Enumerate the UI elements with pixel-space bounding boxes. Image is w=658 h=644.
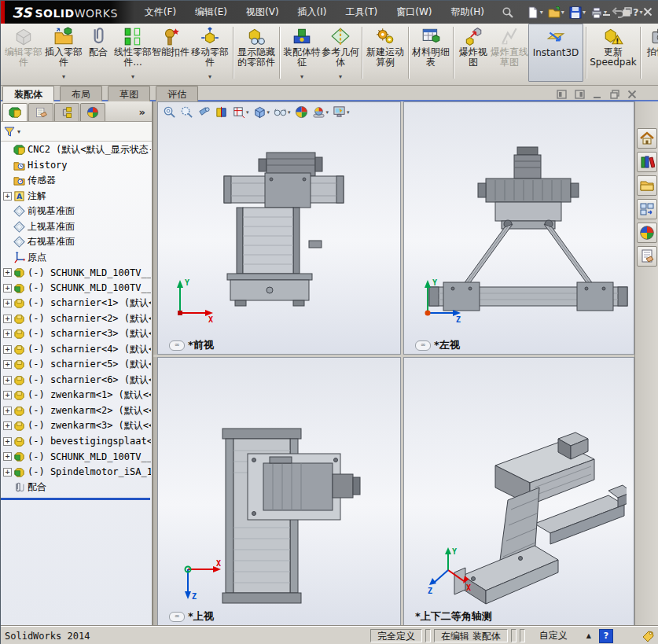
tree-item-component[interactable]: + (-) scharnier<3> (默认<<默 (1, 326, 151, 342)
tag-icon[interactable] (641, 630, 654, 642)
filter-icon[interactable] (4, 126, 15, 137)
reference-geometry-button[interactable]: 参考几何体 ▾ (322, 24, 359, 82)
tree-item-annotations[interactable]: + 注解 (1, 189, 151, 204)
restore-icon[interactable] (623, 5, 632, 20)
assembly-features-button[interactable]: 装配体特征 ▾ (282, 24, 322, 82)
snapshot-button[interactable]: 拍快照 (643, 24, 658, 82)
new-document-icon[interactable]: ▾ (525, 6, 545, 20)
tree-item-history[interactable]: History (1, 158, 151, 174)
exploded-view-button[interactable]: 爆炸视图 (456, 24, 491, 82)
menu-view[interactable]: 视图(V) (237, 2, 289, 23)
dropdown-arrow-icon[interactable]: ▾ (131, 74, 134, 82)
expand-toggle[interactable]: + (3, 437, 12, 446)
menu-edit[interactable]: 编辑(E) (186, 2, 237, 23)
expand-toggle[interactable]: + (3, 452, 12, 461)
toggle-left-pane-icon[interactable] (557, 87, 567, 102)
show-hidden-button[interactable]: 显示隐藏的零部件 (236, 24, 277, 82)
tree-splitter[interactable] (1, 498, 150, 500)
chevron-expand-icon[interactable]: » (139, 106, 150, 121)
linear-pattern-button[interactable]: 线性零部件... ▾ (114, 24, 152, 82)
tree-item-component[interactable]: + (-) scharnier<6> (默认<<默 (1, 373, 151, 388)
tab-evaluate[interactable]: 评估 (156, 86, 198, 102)
tree-item-mates[interactable]: 配合 (1, 480, 151, 495)
tree-item-component[interactable]: + (-) SCHUNK_MLD_100TV__200 (1, 281, 151, 296)
minimize-icon[interactable] (602, 5, 612, 20)
tab-property-manager[interactable] (28, 103, 53, 121)
expand-toggle[interactable]: + (3, 329, 12, 338)
expand-toggle[interactable]: + (3, 407, 12, 415)
expand-toggle[interactable]: + (3, 391, 12, 399)
move-component-button[interactable]: 移动零部件 ▾ (189, 24, 230, 82)
update-speedpak-button[interactable]: 更新 Speedpak (589, 24, 638, 82)
tree-item-component[interactable]: + (-) Spindelmotor_iSA_1500 (1, 465, 151, 480)
viewport-front[interactable]: ▾ ▾ ▾ ▾ ▾ (157, 101, 401, 355)
view-settings-icon[interactable]: ▾ (333, 105, 350, 119)
file-explorer-button[interactable] (637, 175, 657, 196)
tree-item-top-plane[interactable]: 上视基准面 (1, 219, 151, 235)
viewport-isometric[interactable]: YXZ *上下二等角轴测 (403, 357, 634, 626)
viewport-left[interactable]: YZ ∞ *左视 (403, 101, 634, 355)
zoom-fit-icon[interactable] (163, 105, 176, 119)
close-icon[interactable] (643, 5, 652, 20)
display-style-icon[interactable]: ▾ (253, 105, 270, 119)
zoom-area-icon[interactable] (180, 105, 193, 119)
doc-restore-icon[interactable] (610, 87, 619, 102)
expand-toggle[interactable]: + (3, 360, 12, 369)
filter-dropdown-icon[interactable]: ▾ (17, 128, 20, 135)
expand-toggle[interactable]: + (3, 284, 12, 293)
tab-sketch[interactable]: 草图 (108, 86, 150, 102)
tab-configuration-manager[interactable] (54, 103, 79, 121)
menu-help[interactable]: 帮助(H) (441, 2, 493, 23)
motion-study-button[interactable]: 新建运动算例 (365, 24, 406, 82)
tree-item-component[interactable]: + (-) SCHUNK_MLD_100TV__200 (1, 265, 151, 281)
open-icon[interactable]: ▾ (546, 6, 566, 20)
bom-button[interactable]: 材料明细表 (411, 24, 450, 82)
units-dropdown-icon[interactable]: ▲ (586, 632, 591, 639)
expand-toggle[interactable]: + (3, 421, 12, 430)
menu-insert[interactable]: 插入(I) (289, 2, 336, 23)
expand-toggle[interactable]: + (3, 468, 12, 477)
design-library-button[interactable] (637, 152, 657, 172)
appearance-icon[interactable] (295, 105, 308, 119)
dropdown-arrow-icon[interactable]: ▾ (208, 74, 211, 82)
menu-file[interactable]: 文件(F) (135, 2, 186, 23)
tree-item-component[interactable]: + (-) scharnier<4> (默认<<默 (1, 342, 151, 358)
view-orientation-icon[interactable]: ▾ (232, 105, 249, 119)
expand-toggle[interactable]: + (3, 268, 12, 277)
menu-window[interactable]: 窗口(W) (387, 2, 441, 23)
toggle-right-pane-icon[interactable] (575, 87, 585, 102)
expand-toggle[interactable]: + (3, 345, 12, 354)
model-front-view[interactable] (221, 148, 347, 313)
expand-toggle[interactable]: + (3, 376, 12, 385)
scene-icon[interactable]: ▾ (312, 105, 329, 119)
tree-item-right-plane[interactable]: 右视基准面 (1, 234, 151, 250)
previous-view-icon[interactable] (197, 105, 211, 119)
tab-assembly[interactable]: 装配体 (2, 86, 54, 102)
section-view-icon[interactable] (215, 105, 228, 119)
instant3d-button[interactable]: Instant3D (528, 24, 583, 82)
viewport-top[interactable]: XZ ∞ *上视 (157, 357, 401, 626)
tree-item-origin[interactable]: 原点 (1, 250, 151, 266)
dropdown-arrow-icon[interactable]: ▾ (62, 74, 65, 82)
home-button[interactable] (637, 128, 657, 149)
dropdown-arrow-icon[interactable]: ▾ (300, 74, 303, 82)
tree-item-component[interactable]: + (-) zwenkarm<2> (默认<<默 (1, 403, 151, 419)
doc-close-icon[interactable] (627, 87, 637, 102)
tree-item-component[interactable]: + (-) SCHUNK_MLD_100TV__200 (1, 449, 151, 465)
hide-show-icon[interactable]: ▾ (274, 105, 291, 119)
tab-display-manager[interactable] (80, 103, 105, 121)
expand-toggle[interactable]: + (3, 315, 12, 323)
menu-tools[interactable]: 工具(T) (336, 2, 388, 23)
insert-component-button[interactable]: 插入零部件 ▾ (45, 24, 83, 82)
appearances-button[interactable] (637, 223, 657, 243)
model-top-view[interactable] (218, 427, 363, 606)
save-icon[interactable]: ▾ (568, 6, 587, 20)
tab-layout[interactable]: 布局 (60, 86, 102, 102)
expand-toggle[interactable]: + (3, 299, 12, 307)
dropdown-arrow-icon[interactable]: ▾ (339, 74, 342, 82)
expand-toggle[interactable]: + (3, 192, 12, 201)
view-palette-button[interactable] (637, 199, 657, 219)
tree-item-component[interactable]: + (-) bevestigingsplaat<1> (默 (1, 434, 151, 450)
tree-item-component[interactable]: + (-) zwenkarm<1> (默认<<默 (1, 388, 151, 403)
doc-minimize-icon[interactable] (593, 87, 602, 102)
